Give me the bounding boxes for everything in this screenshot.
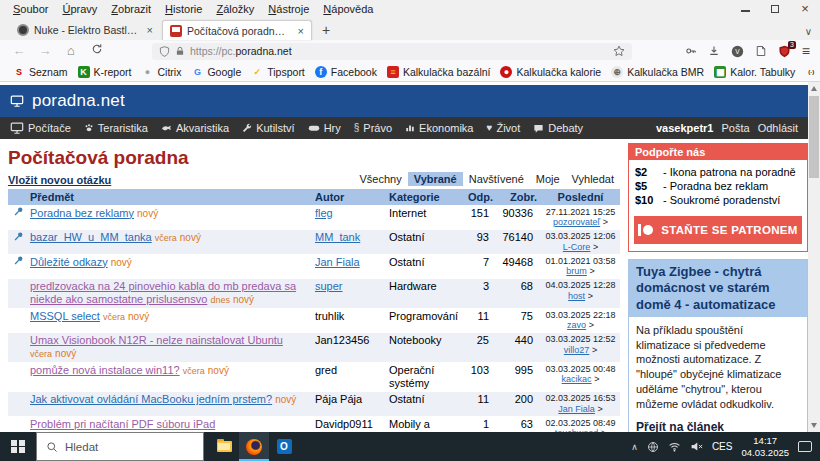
sitenav-item-chat[interactable]: Debaty — [533, 121, 583, 135]
patreon-button[interactable]: STAŇTE SE PATRONEM — [634, 216, 802, 244]
menu-item-2[interactable]: Úpravy — [55, 3, 104, 15]
tab-close-icon[interactable]: × — [296, 25, 304, 37]
hidden-icons-chevron[interactable]: ∧ — [631, 442, 638, 452]
logout-link[interactable]: Odhlásit — [758, 122, 798, 134]
menu-item-1[interactable]: Soubor — [6, 3, 55, 15]
adblock-shield-icon[interactable]: 3 — [778, 45, 791, 58]
page-scrollbar[interactable] — [808, 82, 820, 432]
question-link[interactable]: Důležité odkazy — [30, 256, 108, 268]
filter-vybrané[interactable]: Vybrané — [408, 172, 463, 186]
last-user-link[interactable]: L-Core — [563, 242, 591, 252]
clock[interactable]: 14:17 04.03.2025 — [741, 435, 789, 458]
password-key-icon[interactable] — [685, 45, 697, 57]
tab-close-icon[interactable]: × — [145, 24, 153, 36]
last-user-link[interactable]: pozorovateľ — [553, 217, 600, 227]
volume-muted-icon[interactable] — [690, 440, 703, 453]
padlock-icon[interactable] — [175, 46, 185, 56]
sitenav-item-paw[interactable]: Teraristika — [84, 121, 148, 135]
question-link[interactable]: MSSQL select — [30, 310, 100, 322]
sitenav-item-wrench[interactable]: Kutilství — [242, 121, 295, 135]
taskbar-search[interactable]: Hledat — [36, 432, 204, 461]
article-link[interactable]: Přejít na článek — [629, 414, 807, 432]
downloads-icon[interactable] — [708, 45, 720, 57]
tracking-shield-icon[interactable] — [159, 46, 170, 57]
scrollbar-thumb[interactable] — [809, 96, 819, 178]
question-link[interactable]: Problém pri načítaní PDF súboru iPad — [30, 418, 215, 430]
bookmark-item-5[interactable]: ✓Tipsport — [246, 66, 310, 78]
maximize-button[interactable] — [760, 0, 790, 18]
sitenav-item-monitor[interactable]: Počítače — [10, 121, 71, 135]
last-user-link[interactable]: host — [568, 291, 585, 301]
last-user-link[interactable]: brum — [566, 266, 587, 276]
wifi-icon[interactable] — [668, 440, 681, 453]
bookmark-item-10[interactable]: ▦Kalor. Tabulky — [709, 66, 800, 78]
question-link[interactable]: pomůže nová instalace win11? — [30, 364, 180, 376]
question-link[interactable]: bazar_HW_u_MM_tanka — [30, 231, 152, 243]
bookmark-star-icon[interactable] — [613, 45, 625, 57]
start-button[interactable] — [0, 432, 36, 461]
scroll-up-arrow[interactable] — [808, 82, 820, 95]
scroll-down-arrow[interactable] — [808, 419, 820, 432]
browser-tab-1[interactable]: Nuke - Elektro Bastlirna Forums× — [10, 20, 160, 40]
bookmark-item-11[interactable]: (·)Rock Radio — [800, 66, 820, 78]
file-explorer-icon[interactable] — [209, 432, 239, 461]
sitenav-item-gamepad[interactable]: Hry — [308, 121, 341, 135]
bookmark-item-2[interactable]: KK-report — [73, 66, 137, 78]
column-header: Předmět — [8, 189, 311, 205]
close-button[interactable]: × — [790, 0, 820, 18]
new-tab-button[interactable]: + — [312, 22, 340, 40]
bookmark-item-1[interactable]: SSeznam — [8, 66, 73, 78]
author-link[interactable]: MM_tank — [315, 231, 360, 243]
list-tabs-chevron-icon[interactable]: ∨ — [805, 26, 812, 37]
last-user-link[interactable]: kacikac — [562, 374, 592, 384]
menu-item-3[interactable]: Zobrazit — [104, 3, 158, 15]
network-globe-icon[interactable] — [647, 441, 659, 453]
menu-item-4[interactable]: Historie — [158, 3, 209, 15]
bookmark-item-8[interactable]: ●Kalkulačka kalorie — [495, 66, 606, 78]
browser-tab-2[interactable]: Počítačová poradna - poradna.n× — [162, 20, 312, 40]
home-button[interactable]: ⌂ — [58, 41, 84, 61]
question-link[interactable]: Jak aktivovat ovládání MacBooku jedním p… — [30, 393, 272, 405]
question-link[interactable]: Poradna bez reklamy — [30, 207, 134, 219]
keyboard-layout[interactable]: CES — [712, 441, 733, 452]
minimize-button[interactable] — [730, 0, 760, 18]
bookmark-item-3[interactable]: ●Citrix — [136, 66, 186, 78]
url-bar[interactable]: https://pc.poradna.net — [152, 43, 632, 60]
site-brand[interactable]: poradna.net — [32, 91, 125, 111]
filter-všechny[interactable]: Všechny — [354, 172, 408, 186]
bookmark-item-6[interactable]: fFacebook — [310, 66, 382, 78]
bookmark-item-9[interactable]: ⊕Kalkulačka BMR — [606, 66, 709, 78]
forward-button[interactable]: → — [32, 41, 58, 61]
menu-item-6[interactable]: Nástroje — [261, 3, 316, 15]
author-link[interactable]: fleg — [315, 207, 333, 219]
firefox-icon[interactable] — [239, 432, 269, 461]
menu-item-7[interactable]: Nápověda — [316, 3, 380, 15]
sitenav-item-chart[interactable]: Ekonomika — [405, 121, 473, 135]
bookmark-favicon-icon: S — [13, 66, 25, 78]
last-user-link[interactable]: zavo — [567, 320, 586, 330]
profile-icon[interactable]: V — [731, 45, 744, 58]
filter-navštívené[interactable]: Navštívené — [463, 172, 530, 186]
last-user-link[interactable]: Jan Fiala — [558, 404, 595, 414]
extension-icon[interactable] — [755, 45, 767, 57]
mail-link[interactable]: Pošta — [722, 122, 750, 134]
filter-moje[interactable]: Moje — [530, 172, 566, 186]
bookmark-item-7[interactable]: ≡Kalkulačka bazální — [382, 66, 496, 78]
bookmark-item-4[interactable]: GGoogle — [186, 66, 246, 78]
question-link[interactable]: predlzovacka na 24 pinovehio kabla do mb… — [30, 280, 296, 305]
menu-hamburger-icon[interactable]: ≡ — [802, 43, 810, 59]
outlook-icon[interactable]: O — [269, 432, 299, 461]
new-question-link[interactable]: Vložit novou otázku — [8, 174, 111, 186]
question-link[interactable]: Umax Visionbook N12R - nelze nainstalova… — [30, 334, 283, 346]
author-link[interactable]: Jan Fiala — [315, 256, 360, 268]
sitenav-item-paragraph[interactable]: §Právo — [354, 121, 392, 135]
sitenav-item-heart[interactable]: ♥Život — [486, 121, 520, 135]
author-link[interactable]: super — [315, 280, 343, 292]
sitenav-item-fish[interactable]: Akvaristika — [161, 121, 229, 135]
reload-button[interactable] — [84, 41, 110, 61]
back-button[interactable]: ← — [6, 41, 32, 61]
filter-vyhledat[interactable]: Vyhledat — [566, 172, 620, 186]
menu-item-5[interactable]: Záložky — [209, 3, 261, 15]
notification-center-icon[interactable] — [798, 441, 812, 452]
last-user-link[interactable]: villo27 — [564, 345, 590, 355]
